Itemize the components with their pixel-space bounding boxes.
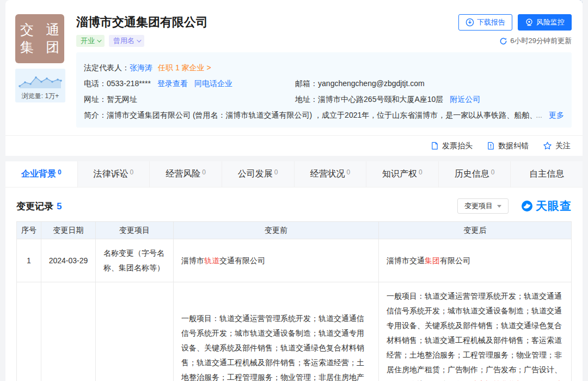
views-sparkline-chart [17,71,63,89]
website-value: 暂无网址 [107,93,137,105]
star-icon [543,141,552,150]
tianyancha-logo: 天眼查 [520,198,572,214]
change-item-cell: 经营范围变更（含业务范围变更） [96,282,174,381]
tab-count: 0 [130,168,134,176]
email-value: yangchengcheng@zbgdjtjt.com [318,77,425,89]
pageviews-widget: 浏览量: 1万+ [15,69,65,102]
tab-operation-risk[interactable]: 经营风险0 [150,161,222,187]
section-gap [0,156,588,161]
nearby-companies-link[interactable]: 附近公司 [450,93,480,105]
email-label: 邮箱： [295,77,318,89]
tab-count: 0 [202,168,206,176]
risk-monitor-button[interactable]: 风险监控 [518,14,572,31]
after-change-cell: 淄博市交通集团有限公司 [379,239,572,282]
data-correction-label: 数据纠错 [498,141,529,151]
caret-down-icon [497,205,501,208]
phone-label: 电话： [84,77,107,89]
column-header: 变更后 [379,222,572,239]
column-header: 序号 [17,222,41,239]
legal-rep-link[interactable]: 张海涛 [130,62,152,74]
column-header: 变更项目 [96,222,174,239]
risk-monitor-label: 风险监控 [536,17,565,27]
tab-bar: 企业背景0法律诉讼0经营风险0公司发展0经营状况0知识产权0历史信息0自主信息 [5,161,583,188]
change-record-table: 序号变更日期变更项目变更前变更后 12024-03-29名称变更（字号名称、集团… [16,221,572,381]
correction-doc-icon [487,142,495,150]
intro-value: 淄博市交通集团有限公司 (曾用名：淄博市轨道交通有限公司) ，成立于2021年，… [107,109,536,121]
tab-count: 0 [58,168,62,176]
tab-label: 经营风险 [166,168,200,180]
change-table-body: 12024-03-29名称变更（字号名称、集团名称等）淄博市轨道交通有限公司淄博… [17,239,572,381]
same-phone-companies-link[interactable]: 同电话企业 [194,77,232,89]
tab-company-development[interactable]: 公司发展0 [222,161,295,187]
address-value: 淄博市中心路265号颐和大厦A座10层 [318,93,443,105]
tab-legal-proceedings[interactable]: 法律诉讼0 [78,161,150,187]
cell-text: 淄博市交通 [387,256,425,265]
tab-self-info[interactable]: 自主信息 [511,161,583,187]
cell-text: 一般项目：轨道交通运营管理系统开发；轨道交通通信信号系统开发；城市轨道交通设备制… [387,292,562,381]
phone-value: 0533-218**** [107,77,151,89]
change-record-title: 变更记录 [16,201,53,211]
tab-label: 历史信息 [455,168,489,180]
legal-rep-companies-link[interactable]: 任职 1 家企业 > [158,62,211,74]
section-title: 变更记录5 [16,200,62,213]
diff-highlight-text: 轨道 [204,256,219,265]
cell-text: 淄博市 [181,256,204,265]
cell-text: 交通有限公司 [219,256,265,265]
cell-text: 一般项目：轨道交通运营管理系统开发；轨道交通通信信号系统开发；城市轨道交通设备制… [181,314,364,381]
refresh-icon[interactable] [499,37,507,45]
login-to-view-link[interactable]: 登录查看 [157,77,188,89]
tag-status-open-label: 开业 [81,36,95,46]
tag-former-name[interactable]: 曾用名 [109,35,144,47]
tab-label: 知识产权 [382,168,417,180]
diff-highlight-text: 集团 [425,256,440,265]
follow-button[interactable]: 关注 [543,141,571,151]
company-info-panel: 法定代表人： 张海涛 任职 1 家企业 > 电话： 0533-218**** 登… [76,52,572,128]
data-correction-button[interactable]: 数据纠错 [487,141,529,151]
website-label: 网址： [84,93,107,105]
chevron-down-icon [137,38,141,42]
tab-history-info[interactable]: 历史信息0 [439,161,511,187]
tab-count: 0 [491,168,495,176]
pageviews-label: 浏览量: 1万+ [16,92,64,101]
address-label: 地址： [295,93,318,105]
company-detail-card: 企业背景0法律诉讼0经营风险0公司发展0经营状况0知识产权0历史信息0自主信息 … [5,161,583,381]
tag-status-open[interactable]: 开业 [76,35,105,47]
last-updated: 6小时29分钟前更新 [499,36,572,46]
invoice-title-button[interactable]: 发票抬头 [431,141,473,151]
tab-label: 自主信息 [529,168,564,180]
chevron-down-icon [97,38,101,42]
tab-intellectual-property[interactable]: 知识产权0 [366,161,439,187]
download-icon [465,18,474,27]
tab-company-background[interactable]: 企业背景0 [5,161,78,187]
download-report-button[interactable]: 下载报告 [458,14,512,31]
last-updated-text: 6小时29分钟前更新 [510,36,572,46]
monitor-icon [525,18,534,27]
change-date-cell: 2024-03-29 [41,239,96,282]
download-report-label: 下载报告 [477,17,505,27]
tab-count: 0 [274,168,278,176]
tianyancha-bird-icon [520,199,534,213]
tag-former-name-label: 曾用名 [113,36,134,46]
change-item-cell: 名称变更（字号名称、集团名称等） [96,239,174,282]
tab-count: 0 [346,168,350,176]
row-number-cell: 2 [17,282,41,381]
change-record-count: 5 [57,201,62,211]
legal-rep-label: 法定代表人： [84,62,130,74]
logo-text-line1: 交 通 [16,21,64,39]
tab-label: 经营状况 [310,168,345,180]
before-change-cell: 淄博市轨道交通有限公司 [174,239,379,282]
intro-ellipsis: ... [536,109,542,121]
cell-text: 有限公司 [440,256,470,265]
logo-text-line2: 集 团 [16,39,64,56]
tab-label: 企业背景 [21,168,56,180]
intro-more-link[interactable]: 更多 [549,109,564,121]
invoice-title-label: 发票抬头 [442,141,473,151]
company-logo: 交 通 集 团 [15,14,64,63]
table-row: 12024-03-29名称变更（字号名称、集团名称等）淄博市轨道交通有限公司淄博… [17,239,572,282]
change-item-filter-dropdown[interactable]: 变更项目 [457,198,509,214]
column-header: 变更日期 [41,222,96,239]
tab-operation-status[interactable]: 经营状况0 [295,161,367,187]
company-name: 淄博市交通集团有限公司 [76,14,208,31]
before-change-cell: 一般项目：轨道交通运营管理系统开发；轨道交通通信信号系统开发；城市轨道交通设备制… [174,282,379,381]
tab-label: 公司发展 [238,168,273,180]
